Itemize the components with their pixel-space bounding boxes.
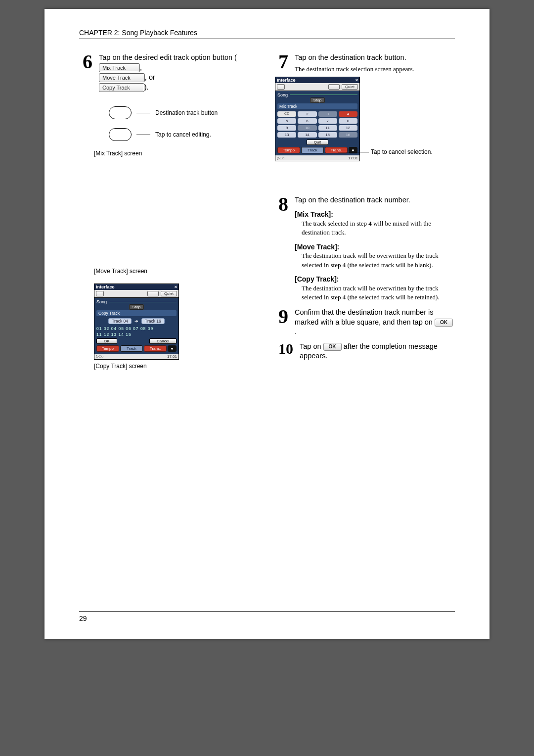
arrow-icon: ➔ — [134, 319, 138, 324]
step6-diagram: Destination track button Tap to cancel e… — [109, 106, 259, 141]
step-number-9: 9 — [275, 309, 292, 325]
cell-8: 8 — [339, 118, 357, 124]
close-icon: × — [356, 78, 358, 83]
tab-track: Track — [301, 147, 324, 153]
left-btn — [277, 84, 285, 90]
step-10-body: Tap on OK after the completion message a… — [300, 342, 455, 361]
step9-b: . — [295, 328, 297, 335]
ok-btn: OK — [96, 338, 117, 344]
copy-track-caption: [Copy Track] screen — [94, 363, 259, 370]
close-icon: × — [175, 284, 177, 289]
cancel-btn: Cancel — [149, 338, 177, 344]
mid-btn — [328, 84, 340, 90]
cell-16: 16 — [339, 132, 357, 138]
step-number-10: 10 — [275, 343, 297, 355]
content-columns: 6 Tap on the desired edit track option b… — [79, 53, 455, 378]
tab-trans: Trans. — [325, 147, 348, 153]
cd-cell: CD — [277, 111, 296, 117]
leader-line-1 — [136, 113, 150, 113]
step-number-8: 8 — [275, 196, 292, 212]
move-track-chip: Move Track — [99, 73, 145, 82]
stop-btn: Stop — [129, 304, 144, 310]
copy-c: (the selected track will be retained). — [346, 293, 440, 301]
track-grid: CD 2 3 4 5 6 7 8 9 10 11 12 13 — [277, 111, 357, 138]
mix-track-head: [Mix Track]: — [295, 210, 455, 219]
tab-tempo: Tempo — [277, 147, 300, 153]
step-10: 10 Tap on OK after the completion messag… — [275, 342, 455, 361]
foot-left: ▷□○ — [277, 156, 285, 160]
mode-label: Copy Track — [96, 310, 177, 316]
sep2: , or — [145, 73, 155, 81]
move-track-caption: [Move Track] screen — [94, 268, 259, 275]
step7-screenshot-wrap: Interface× Quiet Song Stop Mix T — [275, 77, 455, 190]
step-7-body: Tap on the destination track button. The… — [295, 53, 455, 74]
close-paren: ). — [144, 83, 149, 91]
song-label: Song — [277, 93, 288, 97]
foot-right: 17:01 — [348, 156, 358, 160]
cell-11: 11 — [318, 125, 337, 131]
step6-text-a: Tap on the desired edit track option but… — [99, 53, 237, 61]
move-c: (the selected track will be blank). — [346, 261, 433, 269]
dest-track-oval-icon — [109, 106, 132, 119]
step-7: 7 Tap on the destination track button. T… — [275, 53, 455, 74]
tab-tempo: Tempo — [96, 345, 119, 352]
song-label: Song — [96, 299, 107, 304]
cell-2: 2 — [298, 111, 316, 117]
quiet-btn: Quiet — [342, 84, 358, 90]
step-number-6: 6 — [79, 54, 96, 70]
row1: 01 02 04 05 06 07 08 09 — [96, 326, 177, 331]
step7-sub: The destination track selection screen a… — [295, 65, 455, 74]
step-6: 6 Tap on the desired edit track option b… — [79, 53, 259, 93]
sep1: , — [140, 63, 142, 71]
row2: 11 12 13 14 15 — [96, 332, 177, 337]
cell-7: 7 — [318, 118, 337, 124]
move-track-body: The destination track will be overwritte… — [302, 251, 455, 269]
callout-cancel-selection: Tap to cancel selection. — [371, 148, 433, 155]
ok-chip-10: OK — [323, 343, 342, 351]
copy-track-screenshot: Interface× Quiet Song Stop Copy Track — [94, 284, 179, 360]
callout-line — [338, 152, 369, 152]
cell-6: 6 — [298, 118, 316, 124]
step-number-7: 7 — [275, 54, 292, 70]
tab-dot: ● — [349, 147, 357, 153]
step-9: 9 Confirm that the destination track num… — [275, 308, 455, 337]
mix-track-caption: [Mix Track] screen — [94, 150, 259, 157]
quiet-btn: Quiet — [161, 291, 177, 296]
ss7-title: Interface — [277, 78, 296, 83]
step9-a: Confirm that the destination track numbe… — [295, 308, 435, 326]
cancel-edit-label: Tap to cancel editing. — [155, 131, 211, 138]
stop-btn: Stop — [310, 97, 325, 103]
move-track-head: [Move Track]: — [295, 242, 455, 252]
step-6-body: Tap on the desired edit track option but… — [99, 53, 259, 93]
foot-right: 17:01 — [167, 354, 177, 359]
tab-trans: Trans. — [144, 345, 167, 352]
page-number: 29 — [79, 614, 455, 622]
cell-4: 4 — [339, 111, 357, 117]
cell-9: 9 — [277, 125, 296, 131]
mix-track-chip: Mix Track — [99, 63, 140, 72]
mix-track-body: The track selected in step 4 will be mix… — [302, 219, 455, 237]
cell-13: 13 — [277, 132, 296, 138]
dest-track-screenshot: Interface× Quiet Song Stop Mix T — [275, 77, 360, 161]
step10-a: Tap on — [300, 342, 323, 350]
step-8-body: Tap on the destination track number. [Mi… — [295, 195, 455, 302]
mix-a: The track selected in step — [302, 220, 368, 227]
dest-track-label: Destination track button — [155, 109, 218, 116]
cancel-oval-icon — [109, 128, 132, 141]
tab-dot: ● — [168, 345, 177, 352]
step-8: 8 Tap on the destination track number. [… — [275, 195, 455, 302]
cell-12: 12 — [339, 125, 357, 131]
track-from: Track 04 — [108, 318, 132, 324]
ok-chip-9: OK — [435, 319, 453, 327]
mid-btn — [147, 291, 159, 296]
tab-track: Track — [120, 345, 143, 352]
cell-14: 14 — [298, 132, 316, 138]
header-rule — [79, 39, 455, 39]
leader-line-2 — [136, 135, 150, 135]
step7-title: Tap on the destination track button. — [295, 53, 455, 63]
manual-page: CHAPTER 2: Song Playback Features 6 Tap … — [44, 9, 490, 639]
quit-btn: Quit — [307, 140, 329, 145]
footer-rule — [79, 611, 455, 612]
cell-5: 5 — [277, 118, 296, 124]
chapter-header: CHAPTER 2: Song Playback Features — [79, 29, 455, 37]
